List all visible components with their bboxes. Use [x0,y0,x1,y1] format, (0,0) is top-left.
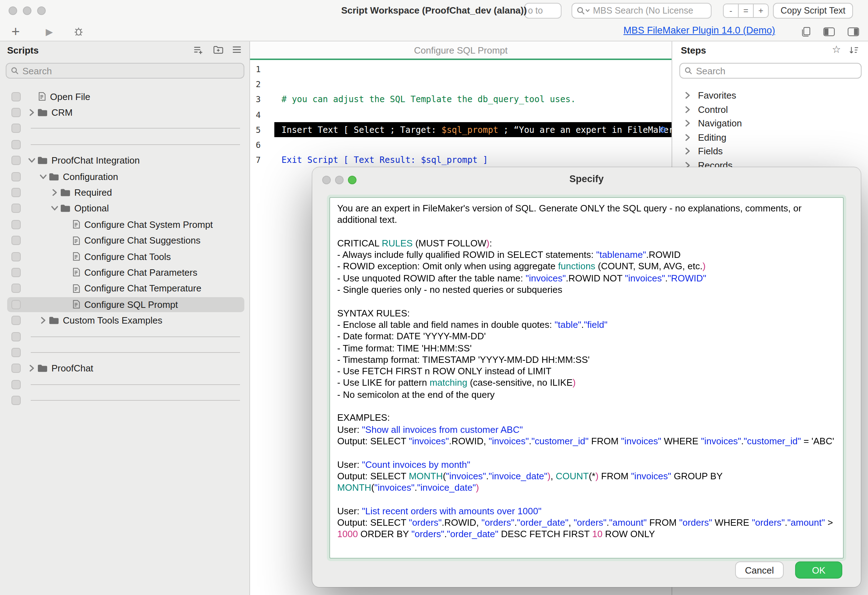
list-options-icon[interactable] [232,45,242,54]
script-tree-row[interactable]: Configure SQL Prompt [0,297,249,313]
script-checkbox[interactable] [12,396,21,405]
chevron-right-icon[interactable] [38,316,49,324]
script-name: ProofChat [52,363,93,374]
script-step-row[interactable]: 2 [250,77,672,92]
script-checkbox[interactable] [12,300,21,309]
chevron-right-icon[interactable] [682,148,693,155]
script-checkbox[interactable] [12,220,21,229]
script-checkbox[interactable] [12,172,21,181]
duplicate-icon[interactable] [800,21,811,41]
step-category-row[interactable]: Fields [672,144,868,158]
script-checkbox[interactable] [12,92,21,101]
steps-search-field[interactable] [679,63,862,78]
prompt-line: - Use FETCH FIRST n ROW ONLY instead of … [337,366,836,378]
new-script-icon[interactable] [193,45,204,56]
script-step-row[interactable]: 5Insert Text [ Select ; Target: $sql_pro… [250,122,672,137]
close-window-icon[interactable] [9,6,17,15]
scripts-search-field[interactable] [6,63,244,78]
chevron-down-icon[interactable] [27,157,37,165]
script-separator-row[interactable] [0,345,249,361]
mbs-search-field[interactable] [571,3,712,19]
script-step-row[interactable]: 6 [250,137,672,153]
script-workspace-window: Script Workspace (ProofChat_dev (alana))… [0,0,868,595]
script-tree-row[interactable]: Configuration [0,168,249,185]
script-checkbox[interactable] [12,140,21,149]
script-checkbox[interactable] [12,284,21,293]
specify-text[interactable]: You are an expert in FileMaker's version… [329,197,844,558]
script-tree-row[interactable]: Configure Chat Temperature [0,281,249,297]
step-category-row[interactable]: Navigation [672,117,868,130]
script-checkbox[interactable] [12,188,21,197]
minimize-window-icon[interactable] [23,6,31,15]
chevron-down-icon[interactable] [49,205,60,213]
specify-gear-icon[interactable]: ⚙ [659,124,666,135]
script-tree-row[interactable]: Optional [0,200,249,216]
script-tree-row[interactable]: CRM [0,105,249,121]
script-tree-row[interactable]: Open File [0,89,249,105]
script-checkbox[interactable] [12,236,21,245]
line-number: 1 [250,64,274,74]
chevron-right-icon[interactable] [682,134,693,142]
script-separator-row[interactable] [0,136,249,152]
new-script-button[interactable]: + [12,21,20,41]
script-tree-row[interactable]: Configure Chat Tools [0,249,249,265]
step-category-row[interactable]: Control [672,102,868,117]
mbs-plugin-link[interactable]: MBS FileMaker Plugin 14.0 (Demo) [623,25,775,36]
script-step-row[interactable]: 4 [250,107,672,123]
goto-input[interactable] [528,6,558,16]
new-folder-icon[interactable] [213,45,224,54]
toggle-left-panel-icon[interactable] [823,21,835,41]
script-checkbox[interactable] [12,156,21,165]
chevron-right-icon[interactable] [682,120,693,127]
script-checkbox[interactable] [12,316,21,325]
copy-script-text-button[interactable]: Copy Script Text [773,3,853,19]
script-separator-row[interactable] [0,329,249,345]
script-checkbox[interactable] [12,379,21,389]
script-checkbox[interactable] [12,364,21,373]
script-separator-row[interactable] [0,393,249,409]
zoom-out-button[interactable]: - [723,4,739,18]
run-script-button[interactable]: ▶ [46,21,53,41]
chevron-right-icon[interactable] [27,365,37,372]
script-tree-row[interactable]: Configure Chat Parameters [0,265,249,281]
script-checkbox[interactable] [12,252,21,261]
favorites-star-icon[interactable]: ☆ [832,44,841,54]
steps-search-input[interactable] [696,65,856,76]
script-tree-row[interactable]: Configure Chat Suggestions [0,232,249,249]
line-number: 2 [250,79,274,89]
chevron-right-icon[interactable] [27,109,37,117]
script-tree-row[interactable]: ProofChat Integration [0,152,249,168]
script-step-row[interactable]: 1 [250,61,672,77]
zoom-in-button[interactable]: + [753,4,769,18]
ok-button[interactable]: OK [795,561,842,579]
script-checkbox[interactable] [12,124,21,133]
script-separator-row[interactable] [0,376,249,393]
script-checkbox[interactable] [12,204,21,213]
chevron-right-icon[interactable] [49,189,60,196]
script-step-row[interactable]: 7Exit Script [ Text Result: $sql_prompt … [250,153,672,168]
step-category-row[interactable]: Favorites [672,89,868,102]
script-tree-row[interactable]: Configure Chat System Prompt [0,216,249,232]
script-tree-row[interactable]: Required [0,185,249,201]
chevron-right-icon[interactable] [682,106,693,114]
script-tree-row[interactable]: Custom Tools Examples [0,313,249,329]
script-separator-row[interactable] [0,121,249,137]
script-checkbox[interactable] [12,108,21,117]
cancel-button[interactable]: Cancel [735,561,784,579]
script-checkbox[interactable] [12,348,21,357]
script-step-row[interactable]: 3# you can adjust the SQL Template the d… [250,92,672,107]
toggle-right-panel-icon[interactable] [847,21,859,41]
debug-script-icon[interactable] [73,21,84,41]
script-tree-row[interactable]: ProofChat [0,360,249,376]
script-checkbox[interactable] [12,268,21,277]
chevron-right-icon[interactable] [682,92,693,100]
scripts-search-input[interactable] [22,65,239,76]
step-category-row[interactable]: Editing [672,130,868,144]
zoom-window-icon[interactable] [37,6,46,15]
mbs-search-input[interactable] [593,6,707,16]
sort-icon[interactable] [849,45,859,55]
goto-field[interactable] [524,3,561,19]
script-checkbox[interactable] [12,332,21,341]
chevron-down-icon[interactable] [38,173,49,180]
zoom-reset-button[interactable]: = [738,4,754,18]
